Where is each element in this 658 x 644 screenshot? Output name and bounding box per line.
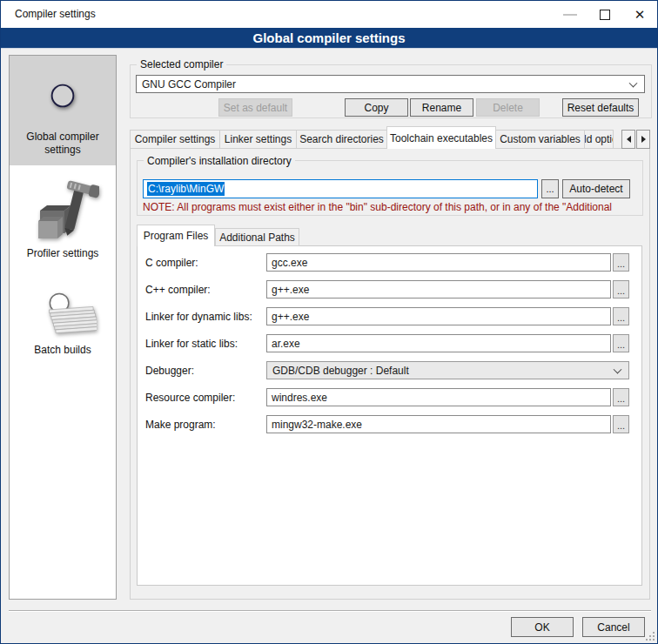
field-value: ar.exe [272, 338, 300, 350]
make-program-input[interactable]: mingw32-make.exe [266, 415, 611, 433]
tab-compiler-settings[interactable]: Compiler settings [130, 130, 220, 149]
reset-defaults-button[interactable]: Reset defaults [562, 98, 639, 117]
field-value: g++.exe [272, 311, 309, 323]
delete-button: Delete [476, 98, 540, 117]
minimize-icon [563, 14, 577, 16]
linker-for-static-libs-input[interactable]: ar.exe [266, 334, 611, 352]
cancel-button[interactable]: Cancel [582, 617, 645, 637]
selected-compiler-group-label: Selected compiler [137, 58, 226, 70]
dialog-banner: Global compiler settings [1, 28, 657, 49]
copy-button[interactable]: Copy [345, 98, 408, 117]
gear-blue-icon [11, 63, 114, 129]
maximize-icon [600, 10, 610, 20]
batch-builds-icon [11, 274, 114, 342]
minimize-button[interactable] [553, 1, 588, 28]
field-label-linker-for-static-libs: Linker for static libs: [145, 338, 238, 350]
sidebar-item-profiler-settings[interactable]: Profiler settings [10, 165, 116, 267]
resize-grip[interactable] [644, 630, 655, 641]
install-dir-value: C:\raylib\MinGW [147, 182, 225, 196]
window-title: Compiler settings [15, 8, 96, 20]
sidebar-item-label: Batch builds [11, 344, 114, 357]
tabs-scroll-right-button[interactable] [636, 130, 650, 149]
subtab-additional-paths[interactable]: Additional Paths [215, 228, 299, 246]
field-label-resource-compiler: Resource compiler: [145, 392, 235, 404]
field-value: g++.exe [272, 284, 309, 296]
maximize-button[interactable] [588, 1, 622, 28]
footer-divider [9, 610, 651, 612]
field-label-make-program: Make program: [145, 419, 216, 431]
settings-category-list: Global compiler settings Profiler settin… [9, 55, 117, 600]
tabs-scroll-left-button[interactable] [621, 130, 635, 149]
field-label-linker-for-dynamic-libs: Linker for dynamic libs: [145, 311, 252, 323]
set-as-default-button: Set as default [218, 98, 292, 117]
linker-for-dynamic-libs-input[interactable]: g++.exe [266, 307, 611, 325]
sidebar-item-global-compiler-settings[interactable]: Global compiler settings [10, 56, 116, 165]
selected-compiler-value: GNU GCC Compiler [142, 78, 236, 91]
c-compiler-input[interactable]: g++.exe [266, 280, 611, 299]
sidebar-item-batch-builds[interactable]: Batch builds [10, 267, 116, 364]
tab-build-options[interactable]: Build options [584, 130, 614, 149]
arrow-left-icon [627, 136, 631, 143]
tab-custom-variables[interactable]: Custom variables [495, 130, 585, 149]
field-value: mingw32-make.exe [272, 419, 362, 431]
arrow-right-icon [641, 136, 646, 143]
c-compiler-browse-button[interactable]: ... [613, 280, 629, 299]
c-compiler-browse-button[interactable]: ... [613, 253, 629, 272]
auto-detect-button[interactable]: Auto-detect [562, 179, 630, 198]
debugger-combo[interactable]: GDB/CDB debugger : Default [266, 361, 629, 379]
field-value: gcc.exe [272, 257, 307, 269]
subtab-program-files[interactable]: Program Files [137, 225, 215, 246]
title-bar[interactable]: Compiler settings ✕ [1, 1, 657, 28]
sidebar-item-label: Profiler settings [11, 247, 114, 260]
tab-search-directories[interactable]: Search directories [296, 130, 387, 149]
install-dir-browse-button[interactable]: ... [541, 179, 559, 198]
sidebar-item-label: Global compiler settings [11, 131, 114, 157]
chevron-down-icon [614, 365, 622, 373]
ok-button[interactable]: OK [511, 617, 574, 637]
linker-for-static-libs-browse-button[interactable]: ... [613, 334, 629, 352]
field-value: GDB/CDB debugger : Default [272, 365, 409, 377]
profiler-icon [11, 172, 114, 245]
field-label-debugger: Debugger: [145, 365, 194, 377]
install-dir-note: NOTE: All programs must exist either in … [143, 201, 644, 214]
install-dir-group-label: Compiler's installation directory [144, 155, 295, 167]
resource-compiler-input[interactable]: windres.exe [266, 388, 611, 406]
make-program-browse-button[interactable]: ... [613, 415, 629, 433]
compiler-settings-dialog: Compiler settings ✕ Global compiler sett… [0, 0, 658, 644]
field-label-c-compiler: C compiler: [145, 257, 198, 269]
tab-linker-settings[interactable]: Linker settings [219, 130, 297, 149]
selected-compiler-combo[interactable]: GNU GCC Compiler [136, 75, 645, 93]
c-compiler-input[interactable]: gcc.exe [266, 253, 611, 272]
rename-button[interactable]: Rename [410, 98, 473, 117]
install-dir-input[interactable]: C:\raylib\MinGW [143, 179, 538, 198]
linker-for-dynamic-libs-browse-button[interactable]: ... [613, 307, 629, 325]
chevron-down-icon [629, 78, 638, 87]
resource-compiler-browse-button[interactable]: ... [613, 388, 629, 406]
field-value: windres.exe [272, 392, 327, 404]
close-button[interactable]: ✕ [622, 1, 657, 28]
field-label-c-compiler: C++ compiler: [145, 284, 211, 296]
tab-toolchain-executables[interactable]: Toolchain executables [386, 126, 496, 149]
close-icon: ✕ [634, 8, 646, 21]
